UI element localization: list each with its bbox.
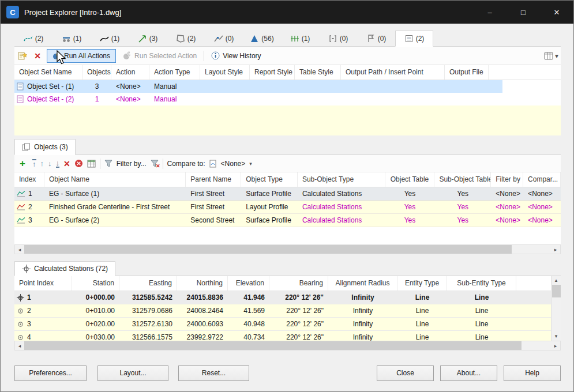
column-header[interactable]: Bearing bbox=[269, 276, 328, 291]
scroll-left-icon[interactable]: ◂ bbox=[15, 247, 24, 252]
add-object-button[interactable]: + bbox=[17, 158, 28, 169]
run-all-actions-button[interactable]: Run All Actions bbox=[47, 49, 116, 63]
column-header[interactable]: Sub-Object Type bbox=[298, 172, 385, 187]
tab-pipe-networks[interactable]: (0) bbox=[319, 31, 357, 46]
column-header[interactable]: Table Style bbox=[295, 65, 341, 80]
column-header[interactable]: Filter by bbox=[491, 172, 523, 187]
column-header[interactable]: Parent Name bbox=[186, 172, 241, 187]
tab-sample-lines[interactable]: (1) bbox=[281, 31, 319, 46]
column-header[interactable]: Object Table bbox=[385, 172, 435, 187]
remove-all-icon[interactable] bbox=[74, 159, 83, 168]
elevation-value: 40.734 bbox=[228, 333, 269, 341]
column-header[interactable]: Compar... bbox=[523, 172, 561, 187]
column-header[interactable]: Sub-Entity Type bbox=[447, 276, 516, 291]
reset-button[interactable]: Reset... bbox=[178, 365, 249, 381]
move-bottom-button[interactable]: ↓ bbox=[56, 159, 60, 168]
column-header[interactable]: Northing bbox=[177, 276, 228, 291]
tab-objects[interactable]: Objects (3) bbox=[14, 139, 76, 155]
tab-flagged-objects[interactable]: (0) bbox=[357, 31, 395, 46]
column-header[interactable]: Action Type bbox=[149, 65, 200, 80]
table-view-icon[interactable] bbox=[87, 160, 96, 168]
tab-corridors[interactable]: (1) bbox=[91, 31, 129, 46]
scroll-up-icon[interactable]: ▴ bbox=[555, 276, 558, 285]
sub-entity-type-value: Line bbox=[447, 320, 516, 328]
layout-button[interactable]: Layout... bbox=[97, 365, 168, 381]
main-toolbar: ✕ Run All Actions Run Selected Action Vi… bbox=[14, 47, 561, 65]
tab-profiles[interactable]: (0) bbox=[205, 31, 243, 46]
scrollbar-thumb[interactable] bbox=[552, 285, 561, 297]
column-header[interactable]: Sub-Object Table bbox=[434, 172, 491, 187]
about-button[interactable]: About... bbox=[440, 365, 497, 381]
minimize-button[interactable]: – bbox=[473, 1, 507, 24]
tab-object-sets[interactable]: (2) bbox=[395, 31, 433, 47]
object-row[interactable]: 3 EG - Surface (2) Second Street Surface… bbox=[14, 214, 561, 227]
object-row[interactable]: 2 Finished Grade Centerline - First Stre… bbox=[14, 201, 561, 214]
station-row[interactable]: 2 0+010.00 312579.0686 24008.2464 41.569… bbox=[14, 304, 552, 318]
tab-assemblies[interactable]: (1) bbox=[52, 31, 91, 46]
column-header[interactable]: Alignment Radius bbox=[328, 276, 397, 291]
close-window-button[interactable]: ✕ bbox=[540, 1, 573, 24]
northing-value: 24008.2464 bbox=[177, 307, 228, 315]
tab-calculated-stations[interactable]: Calculated Stations (72) bbox=[14, 261, 115, 276]
column-header[interactable]: Layout Style bbox=[200, 65, 250, 80]
object-set-row[interactable]: Object Set - (1) 3 <None> Manual bbox=[14, 80, 561, 93]
compare-dropdown-caret-icon[interactable]: ▾ bbox=[249, 161, 252, 167]
station-value: 0+000.00 bbox=[72, 293, 119, 301]
objects-hscrollbar[interactable]: ◂ ▸ bbox=[14, 244, 561, 254]
sub-object-table-flag: Yes bbox=[434, 190, 491, 198]
objects-header: Index Object Name Parent Name Object Typ… bbox=[14, 172, 561, 187]
column-header[interactable]: Object Set Name bbox=[14, 65, 82, 80]
station-row[interactable]: 4 0+030.00 312566.1575 23992.9722 40.734… bbox=[14, 331, 552, 341]
column-header[interactable]: Elevation bbox=[228, 276, 269, 291]
column-header[interactable]: Object Type bbox=[241, 172, 298, 187]
view-history-button[interactable]: View History bbox=[208, 51, 264, 60]
filter-by-button[interactable]: Filter by... bbox=[117, 160, 147, 168]
column-header[interactable]: Objects bbox=[82, 65, 111, 80]
object-set-row[interactable]: Object Set - (2) 1 <None> Manual bbox=[14, 93, 561, 105]
run-selected-action-button[interactable]: Run Selected Action bbox=[119, 51, 200, 60]
tab-point-groups[interactable]: (3) bbox=[129, 31, 167, 46]
new-object-set-button[interactable] bbox=[17, 50, 28, 62]
remove-object-button[interactable]: ✕ bbox=[63, 159, 70, 168]
preferences-button[interactable]: Preferences... bbox=[14, 365, 87, 381]
scroll-down-icon[interactable]: ▾ bbox=[555, 332, 558, 341]
column-header[interactable]: Output File bbox=[445, 65, 489, 80]
object-sets-icon bbox=[404, 34, 414, 43]
station-row[interactable]: 1 0+000.00 312585.5242 24015.8836 41.946… bbox=[14, 291, 552, 304]
column-header[interactable]: Index bbox=[14, 172, 44, 187]
clear-filter-button[interactable]: ✕ bbox=[151, 160, 159, 168]
column-header[interactable]: Report Style bbox=[250, 65, 295, 80]
column-header[interactable]: Output Path / Insert Point bbox=[341, 65, 445, 80]
tab-points[interactable]: (56) bbox=[243, 31, 281, 46]
scroll-right-icon[interactable]: ▸ bbox=[551, 247, 560, 252]
column-header[interactable]: Action bbox=[111, 65, 149, 80]
scrollbar-thumb[interactable] bbox=[24, 245, 512, 254]
column-header[interactable]: Point Index bbox=[14, 276, 72, 291]
help-button[interactable]: Help bbox=[504, 365, 561, 381]
move-down-button[interactable]: ↓ bbox=[48, 160, 52, 167]
stations-vscrollbar[interactable]: ▴ ▾ bbox=[551, 276, 561, 341]
tab-count: (0) bbox=[378, 35, 387, 43]
scroll-right-icon[interactable]: ▸ bbox=[551, 343, 560, 349]
move-top-button[interactable]: ↑ bbox=[32, 159, 36, 168]
tab-alignments[interactable]: (2) bbox=[14, 31, 52, 46]
object-row[interactable]: 1 EG - Surface (1) First Street Surface … bbox=[14, 187, 561, 201]
chevron-down-icon: ▾ bbox=[555, 52, 558, 60]
scroll-left-icon[interactable]: ◂ bbox=[15, 343, 24, 349]
tab-parcels[interactable]: (2) bbox=[167, 31, 205, 46]
maximize-button[interactable]: □ bbox=[507, 1, 540, 24]
column-header[interactable]: Object Name bbox=[44, 172, 186, 187]
column-header[interactable]: Entity Type bbox=[397, 276, 447, 291]
column-header[interactable]: Station bbox=[72, 276, 119, 291]
stations-hscrollbar[interactable]: ◂ ▸ bbox=[14, 341, 561, 350]
column-header[interactable]: Easting bbox=[119, 276, 177, 291]
station-row[interactable]: 3 0+020.00 312572.6130 24000.6093 40.948… bbox=[14, 318, 552, 331]
delete-object-set-button[interactable]: ✕ bbox=[32, 50, 43, 62]
northing-value: 23992.9722 bbox=[177, 333, 228, 341]
close-button[interactable]: Close bbox=[377, 365, 434, 381]
scrollbar-thumb[interactable] bbox=[24, 341, 522, 350]
column-settings-button[interactable]: ▾ bbox=[544, 52, 558, 60]
move-up-button[interactable]: ↑ bbox=[40, 160, 44, 167]
alignment-radius-value: Infinity bbox=[328, 333, 397, 341]
compare-to-dropdown[interactable]: <None> bbox=[221, 160, 246, 168]
